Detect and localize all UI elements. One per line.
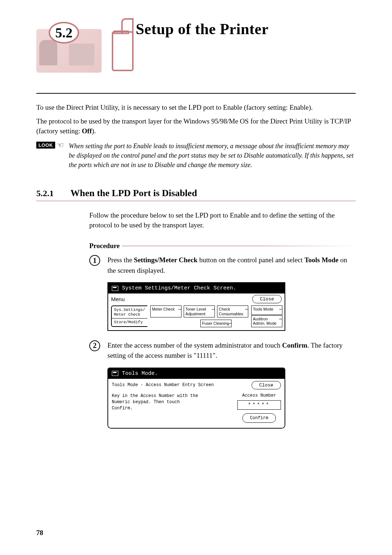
fuser-cleaning-button[interactable]: Fuser Cleaning <box>200 320 232 327</box>
subsection-title: When the LPD Port is Disabled <box>70 188 197 199</box>
window-icon <box>112 371 118 376</box>
subsection-rule <box>36 200 356 202</box>
meter-check-button[interactable]: Meter Check <box>150 305 181 317</box>
tools-mode-button[interactable]: Tools Mode <box>251 305 282 315</box>
close-button[interactable]: Close <box>252 295 282 303</box>
step-1-text: Press the Settings/Meter Check button on… <box>107 255 356 276</box>
toner-level-button[interactable]: Toner Level Adjustment <box>184 305 215 317</box>
section-badge: 5.2 <box>36 22 73 73</box>
section-number: 5.2 <box>49 22 79 44</box>
window-icon <box>112 286 118 291</box>
procedure-rule <box>122 245 356 247</box>
intro-p2-bold: Off <box>82 127 92 135</box>
step-2: 2 Enter the access number of the system … <box>89 340 356 361</box>
left-menu-group: Sys.Settings/ Meter Check Store/Modify <box>111 305 147 327</box>
step-1: 1 Press the Settings/Meter Check button … <box>89 255 356 276</box>
printer-icon <box>112 20 134 71</box>
system-settings-screen: System Settings/Meter Check Screen. Menu… <box>107 282 285 331</box>
page-number: 78 <box>36 529 43 537</box>
confirm-button[interactable]: Confirm <box>242 413 276 423</box>
close-button-2[interactable]: Close <box>252 381 281 389</box>
page-title-text: Setup of the Printer <box>136 20 269 38</box>
screen-titlebar: System Settings/Meter Check Screen. <box>108 283 285 293</box>
procedure-heading: Procedure <box>89 242 356 250</box>
step-number-1: 1 <box>89 255 100 266</box>
menu-label: Menu <box>111 296 125 302</box>
page-title: Setup of the Printer <box>112 20 356 71</box>
screen-subtitle: Tools Mode - Access Number Entry Screen <box>112 382 214 388</box>
step-2-text: Enter the access number of the system ad… <box>107 340 356 361</box>
screen-title: System Settings/Meter Check Screen. <box>122 285 236 291</box>
access-number-label: Access Number <box>242 393 276 398</box>
intro-p2: The protocol to be used by the transport… <box>36 116 356 136</box>
step-number-2: 2 <box>89 340 100 351</box>
auditron-button[interactable]: Auditron Admin. Mode <box>251 315 282 327</box>
subsection-header: 5.2.1 When the LPD Port is Disabled <box>36 188 356 199</box>
page-header: 5.2 Setup of the Printer <box>36 22 356 73</box>
tools-mode-screen: Tools Mode. Tools Mode - Access Number E… <box>107 368 285 429</box>
look-label: LOOK <box>36 142 55 149</box>
subsection-number: 5.2.1 <box>36 189 54 198</box>
check-consumables-button[interactable]: Check Consumables <box>217 305 248 317</box>
look-text: When setting the port to Enable leads to… <box>69 141 356 170</box>
procedure-label: Procedure <box>89 242 120 250</box>
divider <box>36 93 356 94</box>
look-tag: LOOK ☞ <box>36 141 64 149</box>
subsection-lead: Follow the procedure below to set the LP… <box>89 210 356 230</box>
intro-p1: To use the Direct Print Utility, it is n… <box>36 102 356 113</box>
sys-settings-item[interactable]: Sys.Settings/ Meter Check <box>112 306 147 319</box>
screen-title-2: Tools Mode. <box>122 370 158 377</box>
store-modify-item[interactable]: Store/Modify <box>112 319 147 326</box>
intro-p2-b: ). <box>92 127 96 135</box>
instruction-text: Key in the Access Number with the Numeri… <box>112 393 203 423</box>
look-note: LOOK ☞ When setting the port to Enable l… <box>36 141 356 170</box>
pointing-hand-icon: ☞ <box>57 141 64 149</box>
access-number-field[interactable]: ***** <box>237 400 281 410</box>
screen-titlebar-2: Tools Mode. <box>108 368 285 379</box>
